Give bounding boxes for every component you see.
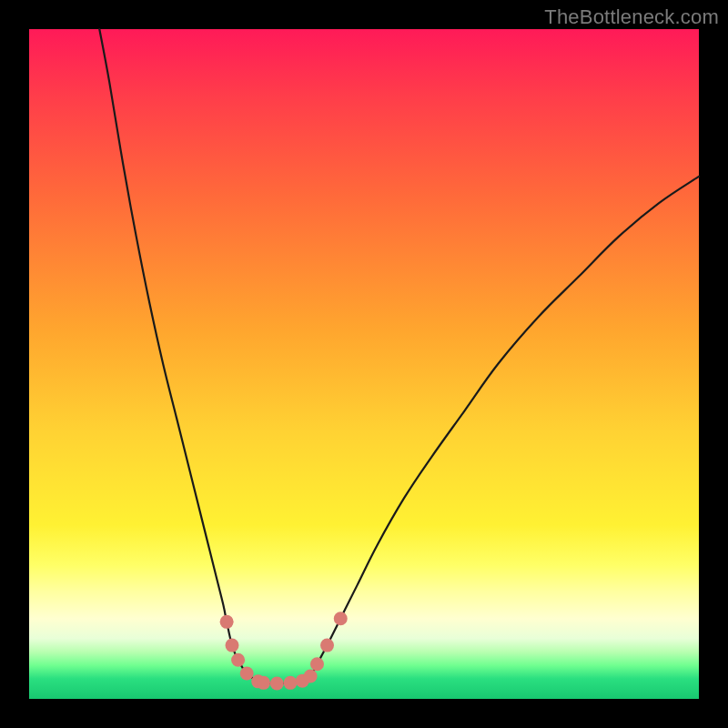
trough-marker-dot [220, 615, 234, 629]
trough-marker-dot [257, 676, 270, 690]
trough-marker-dot [320, 639, 334, 652]
trough-marker-dot [231, 653, 245, 667]
curve-svg [29, 29, 699, 699]
trough-marker-dot [334, 612, 348, 625]
trough-markers [220, 612, 348, 690]
chart-frame: TheBottleneck.com [0, 0, 728, 728]
trough-marker-dot [310, 657, 324, 671]
trough-marker-dot [226, 639, 239, 652]
trough-marker-dot [240, 667, 254, 681]
curve-right [277, 177, 699, 683]
trough-marker-dot [270, 677, 284, 691]
curve-left [99, 29, 277, 683]
trough-marker-dot [284, 676, 298, 690]
chart-plot-area [29, 29, 699, 699]
trough-marker-dot [304, 669, 318, 682]
watermark-text: TheBottleneck.com [544, 5, 719, 29]
